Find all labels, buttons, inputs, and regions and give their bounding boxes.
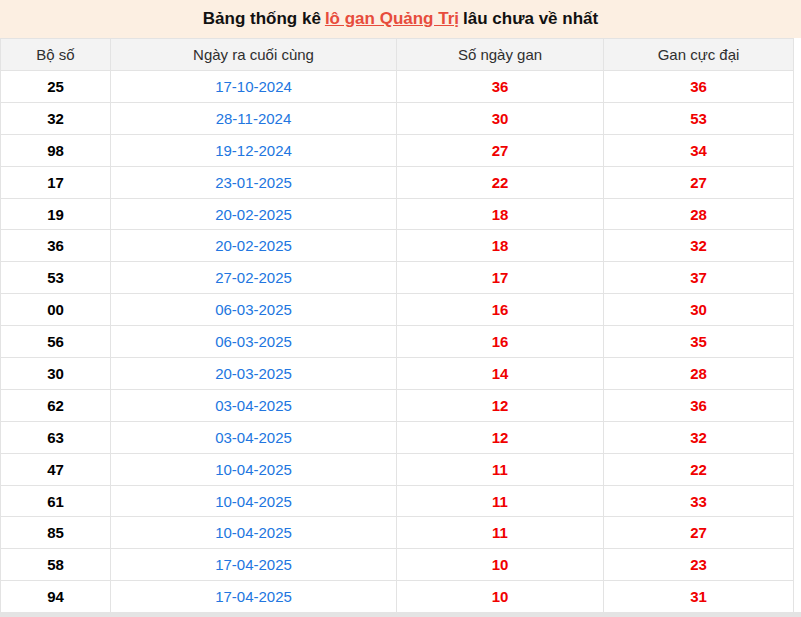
- result-date-link[interactable]: 06-03-2025: [215, 301, 292, 318]
- cell-max-gan: 27: [604, 166, 794, 198]
- cell-gan-days: 16: [397, 326, 604, 358]
- cell-max-gan: 34: [604, 134, 794, 166]
- table-row: 85 10-04-2025 11 27: [1, 517, 794, 549]
- cell-number: 25: [1, 71, 111, 103]
- cell-last-date: 10-04-2025: [111, 453, 397, 485]
- cell-gan-days: 17: [397, 262, 604, 294]
- cell-last-date: 10-04-2025: [111, 485, 397, 517]
- cell-last-date: 03-04-2025: [111, 421, 397, 453]
- cell-gan-days: 36: [397, 71, 604, 103]
- cell-number: 98: [1, 134, 111, 166]
- column-header-number: Bộ số: [1, 39, 111, 71]
- cell-last-date: 27-02-2025: [111, 262, 397, 294]
- result-date-link[interactable]: 03-04-2025: [215, 429, 292, 446]
- table-body: 25 17-10-2024 36 36 32 28-11-2024 30 53 …: [1, 71, 794, 613]
- table-row: 36 20-02-2025 18 32: [1, 230, 794, 262]
- title-prefix: Bảng thống kê: [203, 9, 321, 29]
- table-row: 30 20-03-2025 14 28: [1, 358, 794, 390]
- cell-last-date: 28-11-2024: [111, 102, 397, 134]
- cell-max-gan: 27: [604, 517, 794, 549]
- table-row: 61 10-04-2025 11 33: [1, 485, 794, 517]
- cell-gan-days: 22: [397, 166, 604, 198]
- cell-gan-days: 11: [397, 517, 604, 549]
- cell-max-gan: 53: [604, 102, 794, 134]
- lo-gan-statistics-page: Bảng thống kê lô gan Quảng Trị lâu chưa …: [0, 0, 801, 617]
- result-date-link[interactable]: 20-02-2025: [215, 237, 292, 254]
- result-date-link[interactable]: 03-04-2025: [215, 397, 292, 414]
- cell-last-date: 20-02-2025: [111, 230, 397, 262]
- result-date-link[interactable]: 17-04-2025: [215, 556, 292, 573]
- result-date-link[interactable]: 06-03-2025: [215, 333, 292, 350]
- cell-last-date: 06-03-2025: [111, 326, 397, 358]
- cell-gan-days: 30: [397, 102, 604, 134]
- cell-last-date: 17-04-2025: [111, 549, 397, 581]
- cell-number: 56: [1, 326, 111, 358]
- table-row: 53 27-02-2025 17 37: [1, 262, 794, 294]
- cell-max-gan: 30: [604, 294, 794, 326]
- page-title: Bảng thống kê lô gan Quảng Trị lâu chưa …: [0, 0, 801, 38]
- result-date-link[interactable]: 17-04-2025: [215, 588, 292, 605]
- cell-number: 61: [1, 485, 111, 517]
- result-date-link[interactable]: 10-04-2025: [215, 493, 292, 510]
- result-date-link[interactable]: 23-01-2025: [215, 174, 292, 191]
- header-row: Bộ số Ngày ra cuối cùng Số ngày gan Gan …: [1, 39, 794, 71]
- lo-gan-region-link[interactable]: lô gan Quảng Trị: [325, 9, 459, 29]
- cell-gan-days: 12: [397, 421, 604, 453]
- cell-max-gan: 36: [604, 389, 794, 421]
- cell-number: 58: [1, 549, 111, 581]
- cell-max-gan: 22: [604, 453, 794, 485]
- cell-number: 30: [1, 358, 111, 390]
- cell-max-gan: 32: [604, 421, 794, 453]
- cell-number: 62: [1, 389, 111, 421]
- result-date-link[interactable]: 27-02-2025: [215, 269, 292, 286]
- cell-max-gan: 33: [604, 485, 794, 517]
- table-row: 98 19-12-2024 27 34: [1, 134, 794, 166]
- column-header-gan-days: Số ngày gan: [397, 39, 604, 71]
- table-header: Bộ số Ngày ra cuối cùng Số ngày gan Gan …: [1, 39, 794, 71]
- table-row: 94 17-04-2025 10 31: [1, 581, 794, 613]
- table-row: 32 28-11-2024 30 53: [1, 102, 794, 134]
- cell-max-gan: 28: [604, 358, 794, 390]
- cell-number: 19: [1, 198, 111, 230]
- cell-gan-days: 16: [397, 294, 604, 326]
- cell-max-gan: 36: [604, 71, 794, 103]
- cell-gan-days: 18: [397, 230, 604, 262]
- cell-number: 00: [1, 294, 111, 326]
- cell-number: 94: [1, 581, 111, 613]
- table-row: 19 20-02-2025 18 28: [1, 198, 794, 230]
- result-date-link[interactable]: 10-04-2025: [215, 461, 292, 478]
- cell-number: 85: [1, 517, 111, 549]
- cell-last-date: 20-03-2025: [111, 358, 397, 390]
- cell-last-date: 03-04-2025: [111, 389, 397, 421]
- table-row: 63 03-04-2025 12 32: [1, 421, 794, 453]
- result-date-link[interactable]: 28-11-2024: [216, 110, 292, 127]
- cell-gan-days: 14: [397, 358, 604, 390]
- result-date-link[interactable]: 20-03-2025: [215, 365, 292, 382]
- bottom-divider: [0, 612, 801, 617]
- cell-last-date: 17-04-2025: [111, 581, 397, 613]
- table-row: 62 03-04-2025 12 36: [1, 389, 794, 421]
- cell-last-date: 20-02-2025: [111, 198, 397, 230]
- column-header-max-gan: Gan cực đại: [604, 39, 794, 71]
- cell-last-date: 10-04-2025: [111, 517, 397, 549]
- cell-last-date: 17-10-2024: [111, 71, 397, 103]
- cell-number: 63: [1, 421, 111, 453]
- cell-gan-days: 12: [397, 389, 604, 421]
- title-suffix: lâu chưa về nhất: [463, 9, 598, 29]
- cell-gan-days: 10: [397, 581, 604, 613]
- lo-gan-table: Bộ số Ngày ra cuối cùng Số ngày gan Gan …: [0, 38, 794, 613]
- table-row: 17 23-01-2025 22 27: [1, 166, 794, 198]
- cell-max-gan: 28: [604, 198, 794, 230]
- result-date-link[interactable]: 10-04-2025: [215, 524, 292, 541]
- cell-number: 17: [1, 166, 111, 198]
- table-row: 47 10-04-2025 11 22: [1, 453, 794, 485]
- table-row: 25 17-10-2024 36 36: [1, 71, 794, 103]
- result-date-link[interactable]: 17-10-2024: [215, 78, 292, 95]
- result-date-link[interactable]: 19-12-2024: [215, 142, 292, 159]
- cell-max-gan: 37: [604, 262, 794, 294]
- cell-max-gan: 31: [604, 581, 794, 613]
- table-row: 58 17-04-2025 10 23: [1, 549, 794, 581]
- result-date-link[interactable]: 20-02-2025: [215, 206, 292, 223]
- table-row: 00 06-03-2025 16 30: [1, 294, 794, 326]
- cell-last-date: 19-12-2024: [111, 134, 397, 166]
